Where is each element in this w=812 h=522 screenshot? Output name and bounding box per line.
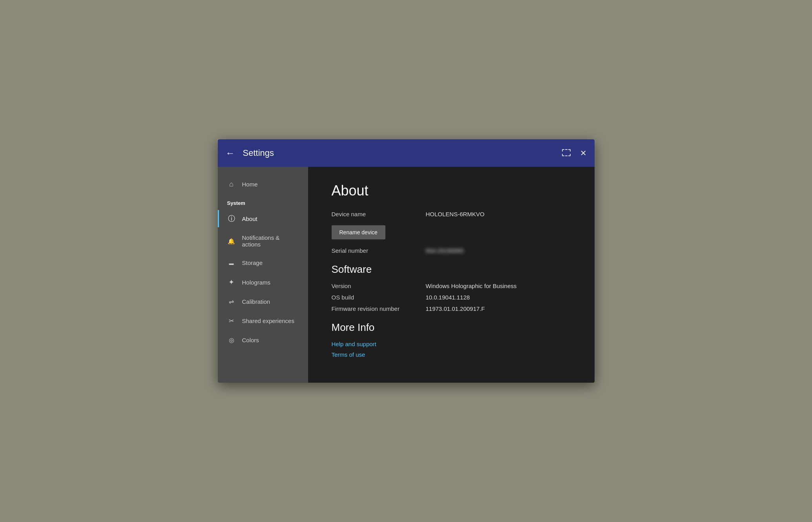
main-content: About Device name HOLOLENS-6RMKVO Rename… xyxy=(308,167,595,383)
titlebar-controls: ✕ xyxy=(562,149,587,157)
snap-button[interactable] xyxy=(562,149,571,157)
window-body: Home System About Notifications & action… xyxy=(218,167,595,383)
device-name-value: HOLOLENS-6RMKVO xyxy=(426,211,485,217)
calibration-icon xyxy=(227,298,236,306)
os-build-label: OS build xyxy=(332,294,426,301)
storage-icon xyxy=(227,259,236,267)
firmware-row: Firmware revision number 11973.01.01.200… xyxy=(332,305,571,312)
software-section-title: Software xyxy=(332,263,571,276)
sidebar: Home System About Notifications & action… xyxy=(218,167,308,383)
sidebar-item-notifications[interactable]: Notifications & actions xyxy=(218,229,308,253)
more-info-section-title: More Info xyxy=(332,321,571,334)
version-row: Version Windows Holographic for Business xyxy=(332,283,571,289)
sidebar-item-storage[interactable]: Storage xyxy=(218,253,308,272)
serial-number-label: Serial number xyxy=(332,247,426,254)
page-title: About xyxy=(332,183,571,199)
sidebar-item-home[interactable]: Home xyxy=(218,175,308,194)
firmware-label: Firmware revision number xyxy=(332,305,426,312)
holograms-icon xyxy=(227,278,236,287)
home-icon xyxy=(227,180,236,188)
sidebar-notifications-label: Notifications & actions xyxy=(242,234,299,248)
help-support-link[interactable]: Help and support xyxy=(332,341,571,347)
version-label: Version xyxy=(332,283,426,289)
sidebar-storage-label: Storage xyxy=(242,259,263,266)
sidebar-section-system: System xyxy=(218,194,308,208)
sidebar-calibration-label: Calibration xyxy=(242,298,270,305)
os-build-row: OS build 10.0.19041.1128 xyxy=(332,294,571,301)
sidebar-item-holograms[interactable]: Holograms xyxy=(218,272,308,292)
terms-of-use-link[interactable]: Terms of use xyxy=(332,351,571,358)
version-value: Windows Holographic for Business xyxy=(426,283,517,289)
sidebar-about-label: About xyxy=(242,215,257,222)
serial-number-row: Serial number 004-29190065 xyxy=(332,247,571,254)
device-name-row: Device name HOLOLENS-6RMKVO xyxy=(332,211,571,217)
back-button[interactable]: ← xyxy=(226,148,235,158)
sidebar-shared-label: Shared experiences xyxy=(242,318,294,324)
rename-device-button[interactable]: Rename device xyxy=(332,225,385,239)
info-icon xyxy=(227,214,236,223)
device-name-label: Device name xyxy=(332,211,426,217)
shared-icon xyxy=(227,317,236,325)
snap-icon xyxy=(562,149,571,156)
sidebar-holograms-label: Holograms xyxy=(242,279,271,286)
titlebar: ← Settings ✕ xyxy=(218,139,595,167)
sidebar-home-label: Home xyxy=(242,181,258,188)
firmware-value: 11973.01.01.200917.F xyxy=(426,305,485,312)
colors-icon xyxy=(227,336,236,344)
sidebar-item-colors[interactable]: Colors xyxy=(218,330,308,350)
bell-icon xyxy=(227,237,236,245)
sidebar-colors-label: Colors xyxy=(242,337,259,343)
close-button[interactable]: ✕ xyxy=(580,149,587,157)
os-build-value: 10.0.19041.1128 xyxy=(426,294,470,301)
serial-number-value: 004-29190065 xyxy=(426,247,464,254)
sidebar-item-calibration[interactable]: Calibration xyxy=(218,292,308,311)
sidebar-item-shared[interactable]: Shared experiences xyxy=(218,311,308,330)
sidebar-item-about[interactable]: About xyxy=(218,208,308,229)
settings-window: ← Settings ✕ Home System About Notificat xyxy=(218,139,595,383)
window-title: Settings xyxy=(243,148,562,158)
